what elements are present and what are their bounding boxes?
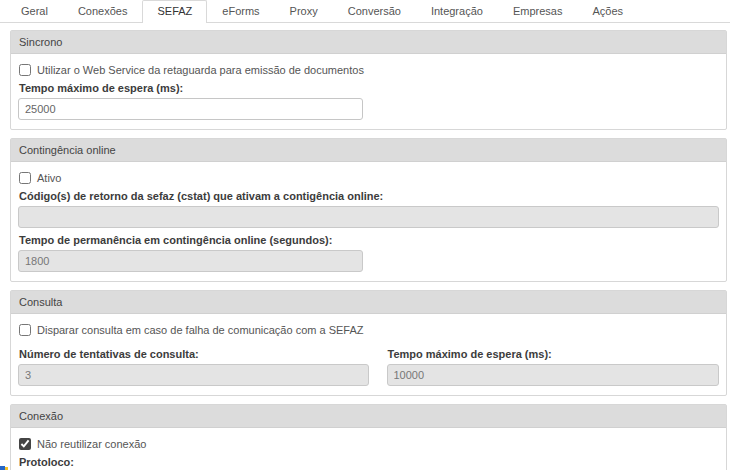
sefaz-settings-content: Sincrono Utilizar o Web Service da retag… <box>0 23 730 470</box>
consulta-tentativas-label: Número de tentativas de consulta: <box>19 348 369 360</box>
consulta-falha-checkbox-row[interactable]: Disparar consulta em caso de falha de co… <box>18 324 719 336</box>
use-retaguarda-webservice-checkbox[interactable] <box>19 64 31 76</box>
use-retaguarda-webservice-checkbox-row[interactable]: Utilizar o Web Service da retaguarda par… <box>18 64 719 76</box>
tab-eforms[interactable]: eForms <box>207 0 274 22</box>
cropped-favicon-artifact <box>0 466 8 470</box>
consulta-falha-label: Disparar consulta em caso de falha de co… <box>37 324 364 336</box>
tab-bar: Geral Conexões SEFAZ eForms Proxy Conver… <box>0 0 730 23</box>
contingencia-ativo-label: Ativo <box>37 172 61 184</box>
cstat-codes-label: Código(s) de retorno da sefaz (cstat) qu… <box>19 190 719 202</box>
contingencia-ativo-checkbox[interactable] <box>19 172 31 184</box>
nao-reutilizar-conexao-label: Não reutilizar conexão <box>37 438 146 450</box>
tab-acoes[interactable]: Ações <box>577 0 638 22</box>
consulta-timeout-label: Tempo máximo de espera (ms): <box>388 348 720 360</box>
contingencia-permanencia-label: Tempo de permanência em contingência onl… <box>19 234 719 246</box>
tab-proxy[interactable]: Proxy <box>275 0 333 22</box>
panel-conexao-title: Conexão <box>11 405 726 428</box>
nao-reutilizar-conexao-checkbox-row[interactable]: Não reutilizar conexão <box>18 438 719 450</box>
nao-reutilizar-conexao-checkbox[interactable] <box>19 438 31 450</box>
consulta-timeout-input <box>387 364 720 386</box>
tab-geral[interactable]: Geral <box>6 0 63 22</box>
contingencia-permanencia-input <box>18 250 363 272</box>
protocolo-label: Protoloco: <box>19 456 719 468</box>
panel-sincrono-title: Sincrono <box>11 31 726 54</box>
panel-consulta: Consulta Disparar consulta em caso de fa… <box>10 290 727 396</box>
panel-sincrono: Sincrono Utilizar o Web Service da retag… <box>10 30 727 130</box>
use-retaguarda-webservice-label: Utilizar o Web Service da retaguarda par… <box>37 64 364 76</box>
cstat-codes-input <box>18 206 719 228</box>
panel-contingencia-online: Contingência online Ativo Código(s) de r… <box>10 138 727 282</box>
panel-contingencia-title: Contingência online <box>11 139 726 162</box>
tab-integracao[interactable]: Integração <box>416 0 498 22</box>
panel-consulta-title: Consulta <box>11 291 726 314</box>
consulta-tentativas-input <box>18 364 369 386</box>
tab-sefaz[interactable]: SEFAZ <box>142 0 207 23</box>
contingencia-ativo-checkbox-row[interactable]: Ativo <box>18 172 719 184</box>
tab-empresas[interactable]: Empresas <box>498 0 578 22</box>
consulta-falha-checkbox[interactable] <box>19 324 31 336</box>
sincrono-timeout-input[interactable] <box>18 98 363 120</box>
panel-conexao: Conexão Não reutilizar conexão Protoloco… <box>10 404 727 470</box>
tab-conversao[interactable]: Conversão <box>333 0 416 22</box>
tab-conexoes[interactable]: Conexões <box>63 0 143 22</box>
sincrono-timeout-label: Tempo máximo de espera (ms): <box>19 82 719 94</box>
